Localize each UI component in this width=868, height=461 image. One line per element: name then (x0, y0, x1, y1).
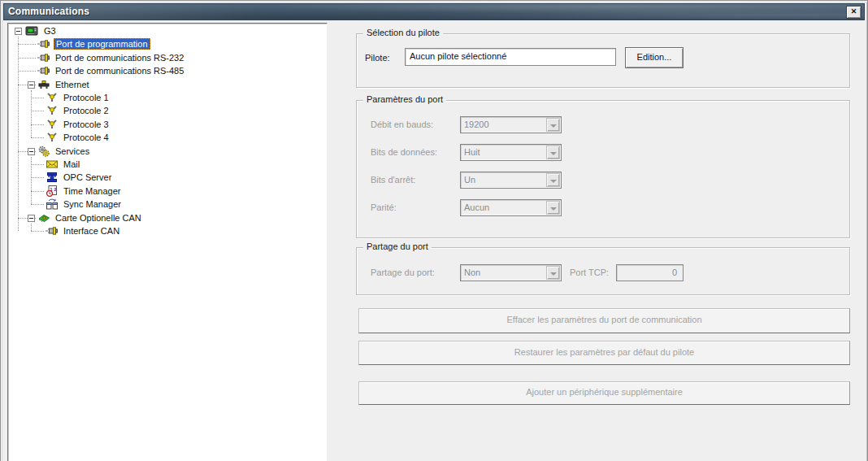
chevron-down-icon[interactable] (546, 118, 560, 132)
window-title: Communications (8, 6, 89, 17)
tree-connector-stub (31, 177, 44, 179)
baud-rate-label: Débit en bauds: (371, 120, 433, 129)
tree-item-time-manager[interactable]: 1 2Time Manager (8, 185, 327, 198)
data-bits-label: Bits de données: (371, 147, 437, 157)
sync-manager-icon (46, 198, 59, 211)
tree-item-services[interactable]: Services (8, 145, 327, 158)
chevron-down-icon[interactable] (546, 266, 560, 280)
tree-connector-stub (18, 58, 36, 59)
serial-port-icon (46, 224, 59, 237)
tree-connector-stub (31, 191, 44, 193)
tree-item-g3[interactable]: G3 (8, 24, 327, 37)
tree-item-label[interactable]: Ethernet (54, 79, 91, 90)
close-icon[interactable]: ✕ (846, 6, 861, 19)
ethernet-icon (37, 78, 50, 91)
tree-item-carte-optionelle-can[interactable]: Carte Optionelle CAN (8, 211, 327, 224)
tree-item-label[interactable]: Interface CAN (62, 225, 121, 237)
device-tree: G3Port de programmationPort de communica… (7, 23, 328, 461)
protocol-icon (46, 91, 59, 104)
tree-expander-minus-icon[interactable] (28, 215, 35, 222)
tree-item-label[interactable]: Protocole 1 (62, 92, 111, 103)
tree-connector-stub (31, 204, 44, 206)
tree-item-label[interactable]: Port de programmation (54, 38, 150, 50)
parity-value: Aucun (464, 202, 489, 212)
tree-connector-stub (18, 71, 36, 72)
tree-item-label[interactable]: Port de communications RS-232 (54, 52, 185, 63)
data-bits-select[interactable]: Huit (460, 144, 562, 161)
tree-item-label[interactable]: Protocole 4 (62, 132, 111, 143)
tcp-port-field[interactable]: 0 (616, 264, 684, 281)
stop-bits-label: Bits d'arrêt: (371, 175, 415, 185)
tree-connector-stub (31, 111, 44, 112)
tree-item-label[interactable]: Protocole 2 (62, 105, 111, 116)
tree-item-protocole-1[interactable]: Protocole 1 (8, 91, 327, 104)
port-share-value: Non (464, 267, 480, 277)
can-card-icon (37, 211, 50, 224)
add-device-button[interactable]: Ajouter un périphérique supplémentaire (358, 381, 850, 405)
chevron-down-icon[interactable] (546, 201, 560, 215)
time-manager-icon: 1 2 (46, 185, 59, 198)
tree-connector-stub (31, 231, 44, 233)
tree-item-protocole-4[interactable]: Protocole 4 (8, 131, 327, 144)
data-bits-value: Huit (464, 147, 480, 157)
tree-item-interface-can[interactable]: Interface CAN (8, 224, 327, 237)
tree-item-label[interactable]: OPC Server (62, 172, 113, 183)
tree-expander-minus-icon[interactable] (28, 81, 35, 89)
tree-connector-stub (18, 44, 36, 46)
tree-item-port-de-communications-rs-232[interactable]: Port de communications RS-232 (8, 51, 327, 64)
tree-item-label[interactable]: Protocole 3 (62, 119, 111, 130)
tree-item-label[interactable]: Mail (62, 159, 81, 170)
port-share-select[interactable]: Non (460, 264, 562, 281)
tree-connector-stub (31, 137, 44, 139)
tree-item-protocole-2[interactable]: Protocole 2 (8, 104, 327, 117)
parity-select[interactable]: Aucun (460, 199, 562, 216)
tree-connector-stub (31, 124, 44, 126)
tree-item-label[interactable]: Services (54, 146, 91, 157)
restore-driver-defaults-button[interactable]: Restaurer les paramètres par défaut du p… (358, 341, 850, 365)
title-bar[interactable]: Communications ✕ (3, 3, 865, 20)
tree-connector-stub (31, 98, 44, 99)
tree-expander-minus-icon[interactable] (28, 148, 35, 155)
share-label: Partage du port: (371, 267, 435, 277)
group-title: Partage du port (363, 241, 432, 251)
protocol-icon (46, 104, 59, 117)
pilote-label: Pilote: (365, 53, 390, 63)
pilote-value-field[interactable]: Aucun pilote sélectionné (405, 48, 616, 66)
opc-server-icon (46, 171, 59, 184)
tree-item-ethernet[interactable]: Ethernet (8, 78, 327, 91)
tree-item-opc-server[interactable]: OPC Server (8, 171, 327, 184)
edit-driver-button[interactable]: Edition... (625, 47, 684, 68)
group-title: Sélection du pilote (363, 28, 443, 37)
baud-rate-value: 19200 (464, 120, 489, 129)
g3-device-icon (25, 24, 38, 37)
tree-item-mail[interactable]: Mail (8, 158, 327, 171)
tree-item-label[interactable]: G3 (42, 25, 58, 37)
tree-item-label[interactable]: Time Manager (62, 185, 123, 197)
tcp-port-label: Port TCP: (570, 267, 609, 277)
serial-port-icon (37, 37, 50, 50)
group-title: Paramètres du port (363, 94, 446, 104)
tree-expander-minus-icon[interactable] (15, 28, 22, 35)
tree-item-label[interactable]: Sync Manager (62, 198, 123, 210)
serial-port-icon (37, 64, 50, 77)
serial-port-icon (37, 51, 50, 64)
stop-bits-value: Un (464, 175, 475, 185)
protocol-icon (46, 118, 59, 131)
communications-dialog: Communications ✕ G3Port de programmation… (0, 0, 868, 461)
tree-connector-stub (31, 164, 44, 166)
tree-item-protocole-3[interactable]: Protocole 3 (8, 118, 327, 131)
chevron-down-icon[interactable] (546, 173, 560, 187)
tree-item-port-de-communications-rs-485[interactable]: Port de communications RS-485 (8, 64, 327, 77)
tree-item-sync-manager[interactable]: Sync Manager (8, 198, 327, 211)
stop-bits-select[interactable]: Un (460, 172, 562, 189)
tree-item-label[interactable]: Carte Optionelle CAN (54, 212, 143, 224)
protocol-icon (46, 131, 59, 144)
chevron-down-icon[interactable] (546, 146, 560, 159)
tree-item-label[interactable]: Port de communications RS-485 (54, 65, 185, 76)
baud-rate-select[interactable]: 19200 (460, 116, 562, 133)
clear-port-settings-button[interactable]: Effacer les paramètres du port de commun… (358, 308, 850, 333)
services-gears-icon (37, 145, 50, 158)
parity-label: Parité: (371, 202, 397, 212)
mail-icon (46, 158, 59, 171)
tree-item-port-de-programmation[interactable]: Port de programmation (8, 37, 327, 50)
